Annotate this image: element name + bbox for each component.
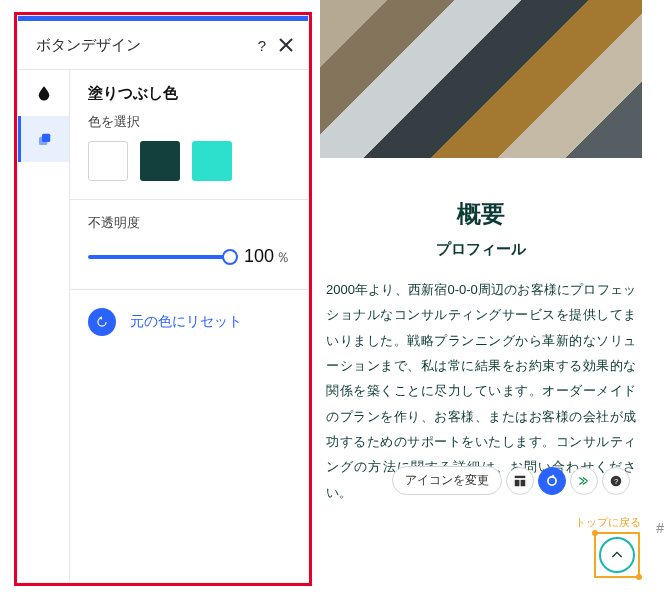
opacity-unit: ％ — [276, 249, 290, 267]
svg-point-5 — [548, 476, 556, 484]
help-circle-icon[interactable]: ? — [602, 467, 630, 495]
article-h2: プロフィール — [326, 240, 636, 259]
reset-row: 元の色にリセット — [70, 290, 308, 354]
swatch-aqua[interactable] — [192, 141, 232, 181]
color-pick-label: 色を選択 — [70, 113, 308, 141]
tab-fill-droplet[interactable] — [18, 70, 69, 116]
panel-header: ボタンデザイン ? — [18, 21, 308, 70]
tab-layers[interactable] — [18, 116, 69, 162]
hero-image — [320, 0, 642, 158]
design-icon[interactable] — [538, 467, 566, 495]
back-to-top-label: トップに戻る — [572, 514, 644, 531]
reset-button[interactable]: 元の色にリセット — [130, 313, 242, 331]
off-canvas-hash: # — [656, 520, 664, 536]
opacity-number: 100 — [244, 246, 274, 267]
panel-body: 塗りつぶし色 色を選択 不透明度 100 ％ — [18, 70, 308, 582]
back-to-top-button[interactable] — [599, 537, 635, 573]
close-icon[interactable] — [274, 33, 298, 57]
back-to-top-widget: トップに戻る — [594, 532, 640, 578]
layout-icon[interactable] — [506, 467, 534, 495]
color-swatches — [70, 141, 308, 199]
change-icon-button[interactable]: アイコンを変更 — [392, 466, 502, 495]
opacity-block: 不透明度 100 ％ — [70, 200, 308, 289]
svg-rect-1 — [39, 137, 47, 145]
element-toolbar: アイコンを変更 ? — [392, 466, 630, 495]
animate-icon[interactable] — [570, 467, 598, 495]
design-panel: ボタンデザイン ? 塗りつぶし色 色を選択 — [18, 16, 308, 582]
slider-thumb[interactable] — [222, 249, 238, 265]
swatch-white[interactable] — [88, 141, 128, 181]
help-icon[interactable]: ? — [250, 33, 274, 57]
panel-title: ボタンデザイン — [36, 36, 250, 55]
article-h1: 概要 — [326, 198, 636, 230]
slider-track — [88, 255, 230, 259]
svg-text:?: ? — [614, 476, 618, 485]
side-tabs — [18, 70, 70, 582]
reset-icon[interactable] — [88, 308, 116, 336]
opacity-label: 不透明度 — [88, 214, 290, 232]
opacity-value: 100 ％ — [244, 246, 290, 267]
svg-rect-2 — [515, 475, 526, 477]
fill-heading: 塗りつぶし色 — [70, 70, 308, 113]
svg-rect-3 — [515, 479, 520, 485]
selection-box[interactable] — [594, 532, 640, 578]
svg-rect-4 — [521, 479, 526, 485]
opacity-slider[interactable] — [88, 247, 230, 267]
swatch-dark-teal[interactable] — [140, 141, 180, 181]
panel-content: 塗りつぶし色 色を選択 不透明度 100 ％ — [70, 70, 308, 582]
